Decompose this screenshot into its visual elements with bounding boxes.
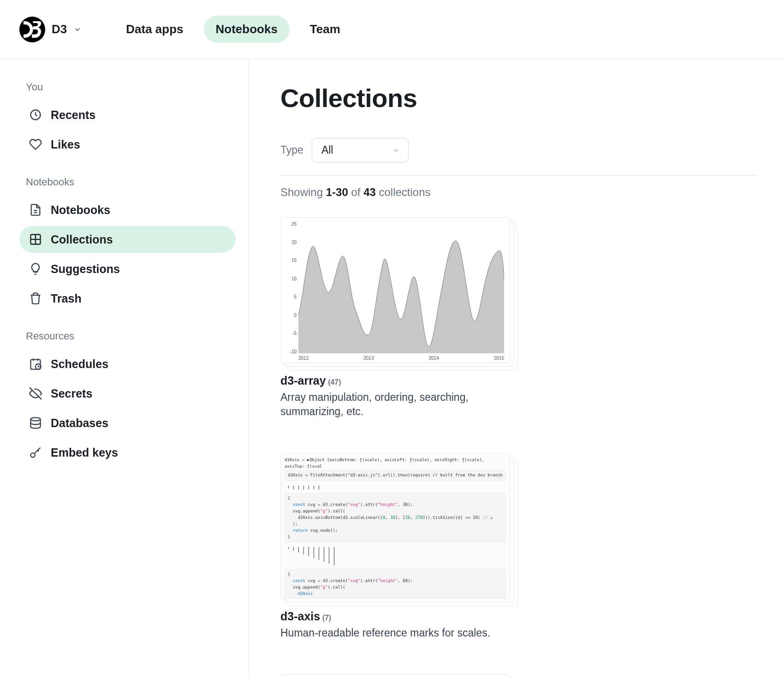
card-count: (47)	[328, 378, 341, 386]
eye-off-icon	[29, 387, 42, 400]
sidebar-item-collections[interactable]: Collections	[19, 226, 236, 253]
calendar-clock-icon	[29, 357, 42, 371]
sidebar-label: Trash	[51, 292, 82, 305]
thumbnail	[280, 674, 510, 678]
svg-point-11	[31, 417, 41, 421]
nav-notebooks[interactable]: Notebooks	[204, 16, 290, 43]
file-icon	[29, 203, 42, 217]
grid-icon	[29, 232, 42, 246]
sidebar-item-schedules[interactable]: Schedules	[19, 351, 236, 377]
main-content: Collections Type All Showing 1-30 of 43 …	[249, 59, 784, 678]
sidebar-section-notebooks: Notebooks	[19, 176, 236, 188]
card-desc: Human-readable reference marks for scale…	[280, 626, 510, 640]
sidebar-label: Secrets	[51, 387, 92, 400]
sidebar-label: Collections	[51, 233, 113, 246]
header: D3 Data apps Notebooks Team	[0, 0, 784, 59]
sidebar-item-secrets[interactable]: Secrets	[19, 380, 236, 407]
heart-icon	[29, 137, 42, 151]
sidebar-item-likes[interactable]: Likes	[19, 131, 236, 158]
card-title: d3-axis	[280, 610, 320, 623]
brand-name: D3	[52, 22, 67, 36]
y-axis-ticks: 2520151050-5-10	[285, 221, 297, 354]
card-title: d3-array	[280, 374, 326, 387]
results-summary: Showing 1-30 of 43 collections	[280, 186, 757, 199]
sidebar-label: Schedules	[51, 357, 108, 371]
brand-logo	[19, 17, 45, 42]
sidebar-label: Likes	[51, 138, 80, 151]
sidebar-label: Databases	[51, 416, 108, 430]
collections-grid: 2520151050-5-10 2012201320142015	[280, 217, 757, 678]
database-icon	[29, 416, 42, 430]
select-value: All	[321, 144, 333, 156]
type-select[interactable]: All	[312, 138, 409, 162]
svg-point-12	[31, 453, 35, 457]
sidebar-item-trash[interactable]: Trash	[19, 285, 236, 312]
nav-data-apps[interactable]: Data apps	[114, 16, 195, 43]
divider	[280, 175, 757, 176]
nav-team[interactable]: Team	[298, 16, 352, 43]
top-nav: Data apps Notebooks Team	[114, 16, 352, 43]
chevron-down-icon	[392, 147, 400, 154]
thumbnail: 2520151050-5-10 2012201320142015	[280, 217, 510, 363]
chevron-down-icon	[73, 25, 82, 34]
sidebar-item-databases[interactable]: Databases	[19, 410, 236, 436]
collection-card-d3-chord[interactable]: d3-chord (4) Visualizations relationship…	[280, 674, 510, 678]
lightbulb-icon	[29, 262, 42, 276]
sidebar-item-notebooks[interactable]: Notebooks	[19, 196, 236, 223]
card-count: (7)	[322, 614, 332, 622]
sidebar-label: Suggestions	[51, 262, 120, 276]
filter-row: Type All	[280, 138, 757, 162]
sidebar-section-you: You	[19, 81, 236, 93]
sidebar-label: Recents	[51, 108, 95, 122]
card-desc: Array manipulation, ordering, searching,…	[280, 390, 510, 419]
sidebar-item-recents[interactable]: Recents	[19, 101, 236, 128]
sidebar-section-resources: Resources	[19, 330, 236, 342]
sidebar-label: Notebooks	[51, 203, 110, 217]
collection-card-d3-array[interactable]: 2520151050-5-10 2012201320142015	[280, 217, 510, 419]
filter-label: Type	[280, 144, 303, 156]
key-icon	[29, 446, 42, 459]
sidebar-item-embed-keys[interactable]: Embed keys	[19, 439, 236, 466]
d3-logo-icon	[24, 21, 41, 38]
x-axis-ticks: 2012201320142015	[298, 356, 504, 361]
clock-icon	[29, 108, 42, 122]
sidebar-label: Embed keys	[51, 446, 118, 459]
brand[interactable]: D3	[19, 17, 82, 42]
page-title: Collections	[280, 83, 757, 113]
sidebar-item-suggestions[interactable]: Suggestions	[19, 256, 236, 282]
sidebar: You Recents Likes Notebooks Notebooks Co…	[0, 59, 249, 678]
trash-icon	[29, 291, 42, 305]
thumbnail: d3Axis = ▶Object {axisBottom: ƒ(scale), …	[280, 453, 510, 599]
collection-card-d3-axis[interactable]: d3Axis = ▶Object {axisBottom: ƒ(scale), …	[280, 453, 510, 640]
